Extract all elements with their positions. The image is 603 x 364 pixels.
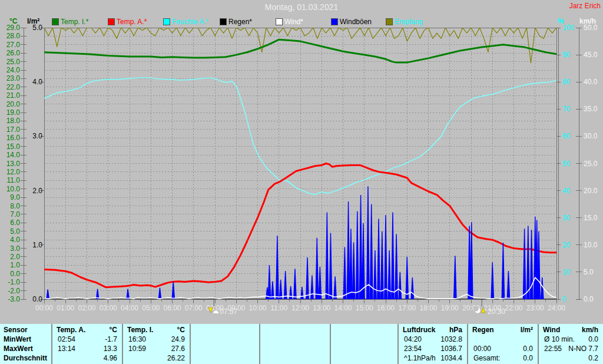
y-axis-label-celsius: 28.0 bbox=[6, 32, 21, 40]
col-unit-temp-i: °C bbox=[144, 326, 185, 334]
marker-time-label: 20:30 bbox=[488, 307, 505, 316]
y-axis-label-kmh: 10.0 bbox=[584, 241, 598, 249]
x-axis-label: 11:00 bbox=[270, 304, 287, 312]
y-axis-label-celsius: 23.0 bbox=[6, 74, 21, 82]
wind-gust-spike bbox=[284, 271, 286, 299]
weather-chart: 29.028.027.026.025.024.023.022.021.020.0… bbox=[0, 0, 603, 323]
x-axis-label: 15:00 bbox=[356, 304, 373, 312]
wind-gust-spike bbox=[385, 215, 387, 299]
y-axis-label-celsius: 29.0 bbox=[6, 24, 21, 32]
y-axis-label-percent: 60 bbox=[562, 132, 571, 140]
wind-gust-spike bbox=[399, 272, 401, 299]
wind-gust-spike bbox=[381, 231, 383, 299]
table-divider bbox=[51, 324, 52, 364]
wind-gust-spike bbox=[530, 230, 532, 299]
wind-gust-spike bbox=[502, 243, 504, 299]
y-axis-label-kmh: 50.0 bbox=[584, 24, 598, 32]
y-axis-label-lm2: 4.0 bbox=[32, 78, 42, 86]
y-axis-label-celsius: 16.0 bbox=[6, 134, 21, 142]
y-axis-label-celsius: 20.0 bbox=[6, 100, 21, 108]
x-axis-label: 13:00 bbox=[313, 304, 330, 312]
wind-gust-spike bbox=[523, 229, 525, 299]
wind-gust-spike bbox=[507, 271, 509, 299]
col-header-regen: Regen bbox=[472, 326, 494, 334]
regen-value: 0.0 bbox=[480, 354, 533, 362]
y-axis-label-celsius: 7.0 bbox=[10, 210, 20, 219]
y-axis-label-lm2: 1.0 bbox=[32, 241, 42, 249]
y-axis-label-celsius: 25.0 bbox=[6, 58, 21, 66]
y-axis-label-kmh: 15.0 bbox=[584, 214, 598, 222]
luftdruck-value: 1034.4 bbox=[409, 354, 462, 362]
x-axis-label: 00:00 bbox=[35, 304, 53, 312]
x-axis-label: 17:00 bbox=[398, 304, 416, 312]
wind-gust-spike bbox=[491, 262, 493, 299]
y-axis-label-kmh: 20.0 bbox=[584, 187, 598, 195]
x-axis-label: 10:00 bbox=[249, 304, 266, 312]
marker-time-label: 07:57 bbox=[220, 307, 237, 316]
wind-gust-spike bbox=[454, 256, 456, 299]
y-axis-label-percent: 20 bbox=[562, 241, 571, 249]
wind-gust-spike bbox=[356, 211, 359, 299]
y-axis-label-lm2: 3.0 bbox=[32, 132, 42, 140]
row-label: MinWert bbox=[4, 335, 31, 343]
y-axis-label-percent: 0 bbox=[562, 295, 566, 303]
y-axis-label-celsius: 15.0 bbox=[6, 143, 21, 151]
temp-a-value: -1.7 bbox=[64, 335, 117, 343]
x-axis-label: 07:00 bbox=[185, 304, 203, 312]
y-axis-label-celsius: -1.0 bbox=[8, 278, 20, 286]
y-axis-label-celsius: 12.0 bbox=[6, 168, 21, 176]
y-axis-label-celsius: 14.0 bbox=[6, 151, 21, 159]
wind-gust-spike bbox=[411, 277, 413, 299]
y-axis-label-celsius: 17.0 bbox=[6, 125, 21, 134]
x-axis-label: 06:00 bbox=[163, 304, 181, 312]
wind-gust-spike bbox=[311, 275, 313, 299]
wind-gust-spike bbox=[388, 250, 390, 299]
wind-gust-spike bbox=[352, 242, 354, 299]
y-axis-label-celsius: 0.0 bbox=[10, 270, 20, 278]
axis-labels: 29.028.027.026.025.024.023.022.021.020.0… bbox=[6, 24, 598, 312]
wind-value: 0.2 bbox=[545, 354, 598, 362]
weather-app-window: Montag, 01.03.2021 Jarz Erich °C l/m² % … bbox=[0, 0, 603, 364]
col-unit-wind: km/h bbox=[557, 326, 598, 334]
wind-value: N-NO 7.7 bbox=[545, 345, 598, 353]
y-axis-label-celsius: 2.0 bbox=[10, 253, 20, 261]
y-axis-label-celsius: 26.0 bbox=[6, 49, 21, 57]
wind-gust-spike bbox=[47, 289, 49, 299]
y-axis-label-kmh: 25.0 bbox=[584, 160, 598, 168]
x-axis-label: 14:00 bbox=[334, 304, 352, 312]
luftdruck-value: 1036.7 bbox=[409, 345, 462, 353]
x-axis-label: 18:00 bbox=[419, 304, 437, 312]
y-axis-label-kmh: 0.0 bbox=[584, 295, 594, 303]
y-axis-label-kmh: 5.0 bbox=[584, 268, 594, 276]
temp-a-value: 4.96 bbox=[64, 354, 117, 362]
y-axis-label-percent: 100 bbox=[562, 24, 574, 32]
y-axis-label-lm2: 5.0 bbox=[32, 24, 42, 32]
temp-i-value: 26.22 bbox=[132, 354, 185, 362]
row-label: MaxWert bbox=[4, 345, 33, 353]
table-divider bbox=[397, 324, 399, 364]
wind-gust-spike bbox=[343, 247, 346, 299]
y-axis-label-kmh: 40.0 bbox=[584, 78, 598, 86]
wind-gust-spike bbox=[334, 276, 336, 299]
y-axis-label-celsius: 24.0 bbox=[6, 66, 21, 74]
regen-value: 0.0 bbox=[480, 345, 533, 353]
y-axis-label-celsius: 6.0 bbox=[10, 219, 20, 227]
col-unit-luftdruck: hPa bbox=[421, 326, 462, 334]
table-divider bbox=[122, 324, 123, 364]
wind-gust-spike bbox=[377, 219, 380, 299]
y-axis-label-celsius: 9.0 bbox=[10, 193, 20, 201]
stats-table: SensorMinWertMaxWertDurchschnittTemp. A.… bbox=[0, 324, 603, 364]
wind-gust-spike bbox=[276, 236, 279, 299]
wind-gust-spike bbox=[406, 257, 408, 299]
x-axis-label: 16:00 bbox=[377, 304, 395, 312]
wind-gust-spike bbox=[306, 257, 309, 299]
wind-gust-spike bbox=[329, 233, 332, 299]
wind-gust-spike bbox=[370, 204, 373, 299]
table-divider bbox=[259, 324, 260, 364]
luftdruck-value: 1032.8 bbox=[409, 335, 462, 343]
wind-gust-spike bbox=[538, 231, 540, 299]
wind-gust-spike bbox=[527, 226, 529, 299]
row-label: Sensor bbox=[4, 326, 28, 334]
y-axis-label-celsius: 5.0 bbox=[10, 227, 20, 236]
temp-a-value: 13.3 bbox=[64, 345, 117, 353]
